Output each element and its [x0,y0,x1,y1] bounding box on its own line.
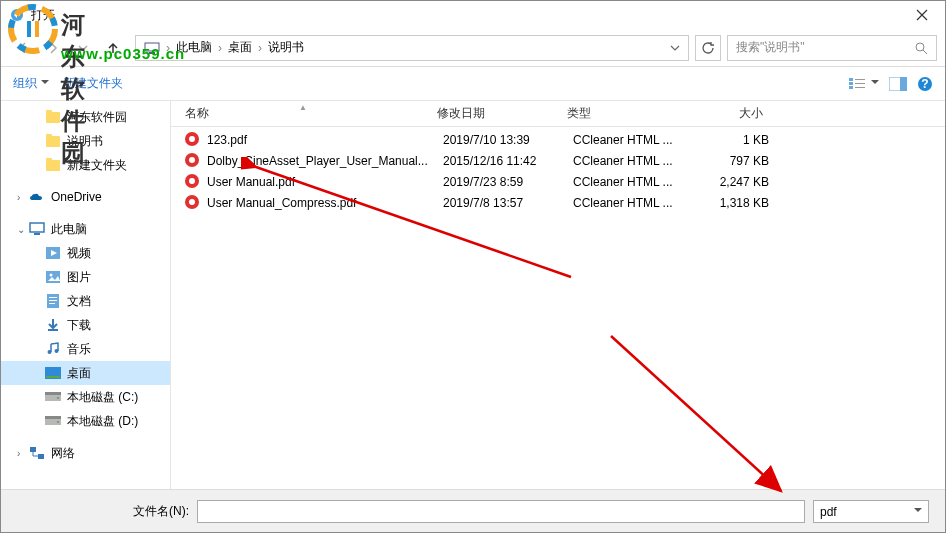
svg-point-29 [55,349,59,353]
file-row[interactable]: 123.pdf2019/7/10 13:39CCleaner HTML ...1… [171,129,945,150]
svg-point-7 [916,43,924,51]
svg-rect-8 [849,78,853,81]
svg-rect-13 [855,87,865,88]
docs-icon [45,293,61,309]
filename-label: 文件名(N): [17,503,197,520]
new-folder-button[interactable]: 新建文件夹 [63,75,123,92]
chevron-down-icon [670,43,680,53]
tree-item-music[interactable]: 音乐 [1,337,170,361]
tree-item-network[interactable]: ›网络 [1,441,170,465]
window-title: 打开 [31,7,55,24]
tree-item-pics[interactable]: 图片 [1,265,170,289]
close-button[interactable] [899,1,945,29]
svg-rect-18 [30,223,44,232]
svg-rect-36 [45,416,61,419]
organize-menu[interactable]: 组织 [13,75,49,92]
column-header: 名称▲ 修改日期 类型 大小 [171,101,945,127]
address-bar[interactable]: › 此电脑 › 桌面 › 说明书 [135,35,689,61]
network-icon [29,445,45,461]
col-size[interactable]: 大小 [681,105,771,122]
chevron-down-icon [914,505,922,519]
toolbar: 组织 新建文件夹 ? [1,67,945,101]
tree-item-video[interactable]: 视频 [1,241,170,265]
file-row[interactable]: User Manual.pdf2019/7/23 8:59CCleaner HT… [171,171,945,192]
svg-point-37 [57,421,59,423]
chevron-down-icon [871,77,879,91]
view-mode-button[interactable] [849,77,879,91]
downloads-icon [45,317,61,333]
pics-icon [45,269,61,285]
breadcrumb-sep: › [164,41,172,55]
tree-item-pc[interactable]: ⌄此电脑 [1,217,170,241]
breadcrumb-pc[interactable] [140,36,164,60]
preview-pane-button[interactable] [889,77,907,91]
col-type[interactable]: 类型 [559,105,681,122]
folder-icon [45,133,61,149]
content-area: 河东软件园说明书新建文件夹›OneDrive⌄此电脑视频图片文档下载音乐桌面本地… [1,101,945,489]
arrow-right-icon [45,40,61,56]
help-button[interactable]: ? [917,76,933,92]
titlebar: 打开 [1,1,945,29]
file-list: 名称▲ 修改日期 类型 大小 123.pdf2019/7/10 13:39CCl… [171,101,945,489]
tree-item-docs[interactable]: 文档 [1,289,170,313]
navbar: › 此电脑 › 桌面 › 说明书 搜索"说明书" [1,29,945,67]
file-row[interactable]: User Manual_Compress.pdf2019/7/8 13:57CC… [171,192,945,213]
sidebar[interactable]: 河东软件园说明书新建文件夹›OneDrive⌄此电脑视频图片文档下载音乐桌面本地… [1,101,171,489]
tree-item-folder[interactable]: 新建文件夹 [1,153,170,177]
drive-icon [45,413,61,429]
refresh-button[interactable] [695,35,721,61]
file-type-filter[interactable]: pdf [813,500,929,523]
pdf-icon [185,153,201,169]
svg-rect-6 [149,52,155,54]
breadcrumb-item-0[interactable]: 此电脑 [172,36,216,60]
svg-rect-26 [49,300,57,301]
pc-icon [144,42,160,54]
pdf-icon [185,174,201,190]
svg-rect-38 [30,447,36,452]
file-row[interactable]: Dolby_CineAsset_Player_User_Manual...201… [171,150,945,171]
nav-up-button[interactable] [99,34,127,62]
tree-item-desktop[interactable]: 桌面 [1,361,170,385]
search-icon [914,41,928,55]
nav-back-button[interactable] [9,34,37,62]
nav-history-button[interactable] [69,34,97,62]
close-icon [916,9,928,21]
svg-point-28 [48,350,52,354]
svg-rect-5 [145,43,159,51]
help-icon: ? [917,76,933,92]
svg-rect-9 [849,82,853,85]
desktop-icon [45,365,61,381]
filename-input[interactable] [197,500,805,523]
svg-rect-33 [45,392,61,395]
svg-rect-27 [49,303,55,304]
tree-item-onedrive[interactable]: ›OneDrive [1,185,170,209]
nav-forward-button[interactable] [39,34,67,62]
search-placeholder: 搜索"说明书" [736,39,914,56]
svg-rect-39 [38,454,44,459]
pdf-icon [185,132,201,148]
breadcrumb-item-2[interactable]: 说明书 [264,36,308,60]
address-dropdown[interactable] [666,36,684,60]
tree-item-drive[interactable]: 本地磁盘 (C:) [1,385,170,409]
search-input[interactable]: 搜索"说明书" [727,35,937,61]
svg-rect-10 [849,86,853,89]
arrow-up-icon [105,40,121,56]
tree-item-folder[interactable]: 说明书 [1,129,170,153]
tree-item-folder[interactable]: 河东软件园 [1,105,170,129]
breadcrumb-item-1[interactable]: 桌面 [224,36,256,60]
onedrive-icon [29,189,45,205]
tree-item-downloads[interactable]: 下载 [1,313,170,337]
chevron-down-icon [41,77,49,91]
pc-icon [29,221,45,237]
svg-point-34 [57,397,59,399]
breadcrumb-sep: › [216,41,224,55]
app-icon [9,7,25,23]
svg-rect-25 [49,297,57,298]
tree-item-drive[interactable]: 本地磁盘 (D:) [1,409,170,433]
music-icon [45,341,61,357]
col-date[interactable]: 修改日期 [429,105,559,122]
drive-icon [45,389,61,405]
col-name[interactable]: 名称▲ [177,105,429,122]
svg-rect-12 [855,83,865,84]
video-icon [45,245,61,261]
